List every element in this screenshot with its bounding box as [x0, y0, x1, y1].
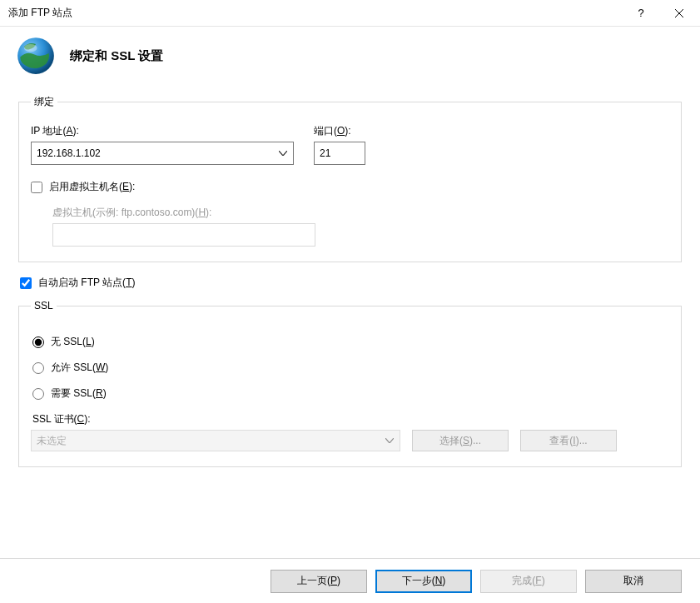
ip-address-label: IP 地址(A): [31, 124, 294, 138]
ip-address-input[interactable] [31, 142, 294, 165]
next-button[interactable]: 下一步(N) [375, 570, 472, 593]
ssl-cert-select: 未选定 [31, 430, 400, 451]
enable-vhost-label: 启用虚拟主机名(E): [49, 180, 135, 194]
ssl-select-button: 选择(S)... [412, 430, 509, 451]
titlebar: 添加 FTP 站点 ? [0, 0, 700, 27]
ssl-none-radio[interactable] [32, 336, 44, 348]
port-input[interactable] [314, 142, 365, 165]
ssl-view-button: 查看(I)... [520, 430, 617, 451]
wizard-footer: 上一页(P) 下一步(N) 完成(F) 取消 [0, 558, 700, 603]
ssl-allow-label: 允许 SSL(W) [51, 361, 108, 375]
wizard-content: 绑定 IP 地址(A): 端口(O): 启用虚拟主机名(E): 虚拟主机( [0, 95, 700, 467]
vhost-label: 虚拟主机(示例: ftp.contoso.com)(H): [52, 206, 669, 220]
ssl-legend: SSL [31, 300, 57, 311]
window-title: 添加 FTP 站点 [8, 6, 622, 20]
wizard-header: 绑定和 SSL 设置 [0, 27, 700, 95]
ssl-cert-combo[interactable]: 未选定 [31, 430, 400, 451]
ssl-none-label: 无 SSL(L) [51, 335, 95, 349]
page-title: 绑定和 SSL 设置 [70, 48, 163, 64]
previous-button[interactable]: 上一页(P) [271, 570, 367, 593]
ssl-allow-radio[interactable] [32, 362, 44, 374]
close-icon [675, 9, 683, 17]
close-button[interactable] [660, 0, 698, 27]
enable-vhost-checkbox[interactable] [31, 182, 42, 193]
ip-address-combo[interactable] [31, 142, 294, 165]
ssl-require-label: 需要 SSL(R) [51, 386, 107, 401]
ssl-require-radio[interactable] [32, 388, 44, 400]
vhost-input [52, 223, 315, 247]
finish-button: 完成(F) [480, 570, 577, 593]
autostart-checkbox[interactable] [20, 277, 32, 289]
binding-group: 绑定 IP 地址(A): 端口(O): 启用虚拟主机名(E): 虚拟主机( [18, 95, 682, 262]
globe-icon [15, 35, 57, 77]
autostart-label: 自动启动 FTP 站点(T) [38, 276, 135, 290]
binding-legend: 绑定 [31, 95, 57, 109]
help-button[interactable]: ? [622, 0, 660, 27]
svg-point-3 [24, 44, 37, 52]
ssl-cert-label: SSL 证书(C): [32, 412, 669, 426]
port-label: 端口(O): [314, 124, 365, 138]
ssl-group: SSL 无 SSL(L) 允许 SSL(W) 需要 SSL(R) SSL 证书(… [18, 300, 682, 467]
cancel-button[interactable]: 取消 [585, 570, 682, 593]
